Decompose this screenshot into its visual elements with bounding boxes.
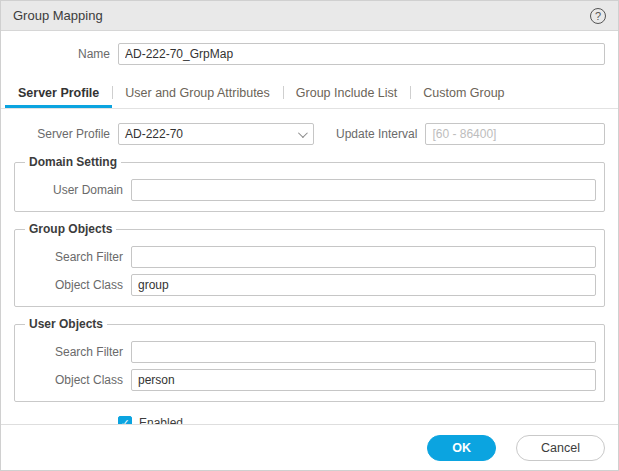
- enabled-label: Enabled: [139, 416, 183, 424]
- update-interval-input[interactable]: [425, 123, 605, 145]
- tab-bar: Server Profile User and Group Attributes…: [1, 77, 618, 109]
- chevron-down-icon: [298, 128, 308, 138]
- user-object-class-input[interactable]: [131, 369, 596, 391]
- server-profile-label: Server Profile: [14, 127, 110, 141]
- tab-custom-group[interactable]: Custom Group: [410, 77, 517, 108]
- user-search-filter-label: Search Filter: [23, 345, 123, 359]
- group-object-class-row: Object Class: [23, 274, 596, 296]
- group-search-filter-row: Search Filter: [23, 246, 596, 268]
- checkbox-section: Enabled Fetch list of managed devices: [118, 416, 605, 424]
- domain-setting-legend: Domain Setting: [25, 155, 121, 169]
- user-object-class-row: Object Class: [23, 369, 596, 391]
- server-profile-value: AD-222-70: [125, 127, 298, 141]
- tab-group-include-list[interactable]: Group Include List: [283, 77, 410, 108]
- user-search-filter-input[interactable]: [131, 341, 596, 363]
- group-search-filter-input[interactable]: [131, 246, 596, 268]
- cancel-button[interactable]: Cancel: [516, 435, 605, 461]
- group-objects-legend: Group Objects: [25, 222, 116, 236]
- help-icon[interactable]: ?: [590, 8, 606, 24]
- enabled-checkbox-row[interactable]: Enabled: [118, 416, 605, 424]
- enabled-checkbox[interactable]: [118, 416, 132, 424]
- name-row: Name: [14, 43, 605, 65]
- user-objects-fieldset: User Objects Search Filter Object Class: [14, 317, 605, 402]
- ok-button[interactable]: OK: [427, 435, 496, 461]
- group-object-class-input[interactable]: [131, 274, 596, 296]
- group-search-filter-label: Search Filter: [23, 250, 123, 264]
- user-object-class-label: Object Class: [23, 373, 123, 387]
- server-profile-row: Server Profile AD-222-70 Update Interval: [14, 123, 605, 145]
- name-input[interactable]: [118, 43, 605, 65]
- dialog-title: Group Mapping: [13, 8, 103, 23]
- group-mapping-dialog: Group Mapping ? Name Server Profile User…: [0, 0, 619, 471]
- group-objects-fieldset: Group Objects Search Filter Object Class: [14, 222, 605, 307]
- domain-setting-fieldset: Domain Setting User Domain: [14, 155, 605, 212]
- tab-server-profile[interactable]: Server Profile: [5, 77, 112, 108]
- user-search-filter-row: Search Filter: [23, 341, 596, 363]
- update-interval-label: Update Interval: [336, 127, 417, 141]
- user-objects-legend: User Objects: [25, 317, 107, 331]
- tab-user-and-group-attributes[interactable]: User and Group Attributes: [112, 77, 283, 108]
- group-object-class-label: Object Class: [23, 278, 123, 292]
- user-domain-input[interactable]: [131, 179, 596, 201]
- user-domain-row: User Domain: [23, 179, 596, 201]
- dialog-titlebar: Group Mapping ?: [1, 1, 618, 31]
- user-domain-label: User Domain: [23, 183, 123, 197]
- dialog-body: Name Server Profile User and Group Attri…: [1, 31, 618, 424]
- name-label: Name: [14, 47, 110, 61]
- dialog-footer: OK Cancel: [1, 424, 618, 470]
- server-profile-select[interactable]: AD-222-70: [118, 123, 314, 145]
